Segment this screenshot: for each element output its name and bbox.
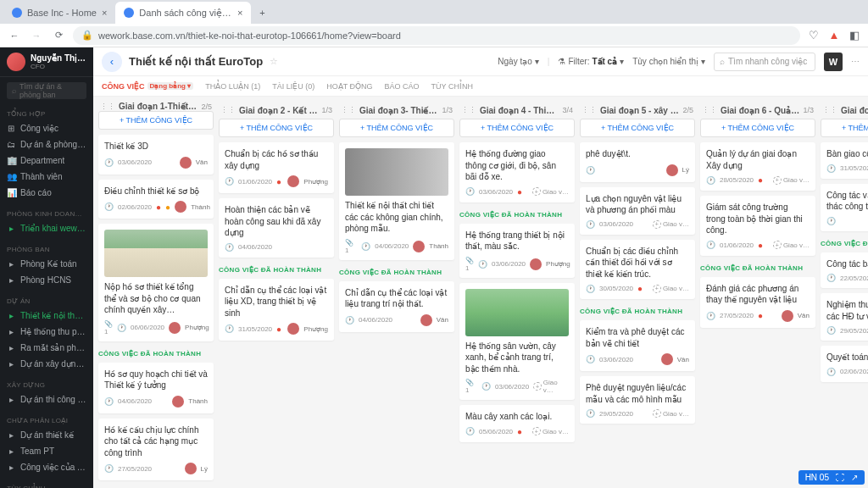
- task-card[interactable]: Nghiệm thu, thanh t…toàn các HĐ tư vấn ……: [821, 293, 868, 341]
- sidebar-item[interactable]: ⊞Công việc: [0, 120, 93, 136]
- assignee-name: Phượng: [546, 260, 570, 268]
- task-card[interactable]: Thiết kế nội thất chi tiết các các không…: [339, 142, 454, 260]
- task-card[interactable]: Chuẩn bị các hồ sơ thầu xây dựng🕐01/06/2…: [219, 142, 334, 193]
- add-task-button[interactable]: + THÊM CÔNG VIỆC: [339, 119, 454, 137]
- assign-button[interactable]: +Giao v…: [532, 187, 569, 196]
- add-task-button[interactable]: + THÊM CÔNG VIỆC: [459, 119, 575, 137]
- task-card[interactable]: Nộp hồ sơ thiết kế tổng thể và sơ bộ cho…: [98, 224, 214, 341]
- task-card[interactable]: Lựa chọn nguyên vật liệu và phương án ph…: [580, 187, 695, 235]
- task-card[interactable]: Hồ sơ quy hoạch chi tiết và Thiết kế ý t…: [98, 363, 214, 413]
- task-card[interactable]: Hồ kế cấu chịu lực chính cho tất cả các …: [98, 419, 214, 481]
- footer-status[interactable]: HN 05⛶↗: [798, 470, 865, 485]
- popout-icon[interactable]: ↗: [851, 473, 858, 482]
- quick-search[interactable]: ⌕Tìm nhanh công việc: [714, 53, 815, 71]
- assign-button[interactable]: +Giao v…: [653, 409, 689, 418]
- sub-tab[interactable]: TÀI LIỆU (0): [272, 82, 314, 91]
- sidebar-item[interactable]: ▸Ra mắt sản phẩm HRM: [0, 340, 93, 356]
- task-card[interactable]: Quản lý dự án giai đoạn Xây dựng🕐28/05/2…: [700, 142, 815, 191]
- card-thumbnail: [465, 289, 569, 336]
- display-menu[interactable]: Tùy chọn hiển thị ▾: [632, 57, 705, 66]
- browser-tab[interactable]: Danh sách công việc - Thiết kế…×: [115, 2, 251, 24]
- close-icon[interactable]: ×: [102, 8, 107, 18]
- task-card[interactable]: Kiểm tra và phê duyệt các bản vẽ chi tiế…: [580, 320, 695, 371]
- task-card[interactable]: Hệ thống đường giao thông cơ giới, đi bộ…: [459, 142, 575, 202]
- task-card[interactable]: Bàn giao công trình🕐31/05/2020: [821, 142, 868, 179]
- w-button[interactable]: W: [824, 53, 843, 71]
- sub-tab[interactable]: CÔNG VIỆC Dạng bảng ▾: [102, 82, 193, 91]
- grip-icon[interactable]: ⋮⋮: [220, 106, 236, 114]
- reload-icon[interactable]: ⟳: [51, 30, 66, 41]
- forward-icon[interactable]: →: [29, 30, 44, 41]
- sidebar-item[interactable]: ▸Team PT: [0, 443, 93, 459]
- task-card[interactable]: Hệ thống trang thiết bị nội thất, màu sắ…: [459, 224, 575, 278]
- task-card[interactable]: Công tác vận hành, …khai thác công trình…: [821, 184, 868, 231]
- sub-tab[interactable]: HOẠT ĐỘNG: [326, 82, 372, 91]
- task-card[interactable]: Công tác bảo hành c…🕐22/05/2020: [821, 252, 868, 289]
- filter-menu[interactable]: ⚗ Filter: Tất cả ▾: [558, 57, 624, 66]
- assign-button[interactable]: +Giao v…: [533, 379, 569, 394]
- sidebar-item[interactable]: ▸Dự án thi công Taseco Land: [0, 391, 93, 408]
- user-block[interactable]: Nguyễn Thị ThànhCFO: [0, 47, 93, 77]
- close-icon[interactable]: ×: [237, 8, 242, 18]
- sidebar-item[interactable]: 📊Báo cáo: [0, 185, 93, 201]
- task-card[interactable]: Chỉ dẫn cụ thể các loại vật liệu XD, tra…: [219, 279, 334, 341]
- sidebar-item[interactable]: 👥Thành viên: [0, 169, 93, 185]
- back-button[interactable]: ‹: [102, 52, 122, 72]
- task-card[interactable]: Quyết toán vốn đầu…🕐02/06/2020: [821, 346, 868, 382]
- task-card[interactable]: Giám sát công trường trong toàn bộ thời …: [700, 196, 815, 256]
- task-card[interactable]: phê duyệt\t.🕐Lý: [580, 142, 695, 182]
- add-task-button[interactable]: + THÊM CÔNG VIỆC: [98, 111, 214, 130]
- sidebar-item[interactable]: ▸Thiết kế nội thất EuroTop: [0, 308, 93, 324]
- sidebar-item[interactable]: 🏢Department: [0, 152, 93, 169]
- sidebar-item[interactable]: ▸Triển khai wework: [0, 220, 93, 236]
- star-icon[interactable]: ☆: [270, 56, 278, 67]
- sort-menu[interactable]: Ngày tạo ▾: [498, 57, 538, 66]
- browser-tab[interactable]: Base Inc - Home×: [3, 2, 115, 24]
- attachment-icon: 📎1: [345, 239, 357, 254]
- sidebar-item[interactable]: ▸Phòng Kế toán: [0, 256, 93, 272]
- task-card[interactable]: Màu cây xanh các loại.🕐05/06/2020●+Giao …: [459, 405, 575, 442]
- warning-icon: ●: [637, 284, 643, 293]
- sidebar-item[interactable]: ▸Dự án xây dựng CTX gantt v…: [0, 356, 93, 372]
- shield-icon[interactable]: ▲: [827, 29, 841, 42]
- task-card[interactable]: Chuẩn bị các điều chỉnh cần thiết đối hồ…: [580, 240, 695, 300]
- sub-tab[interactable]: BÁO CÁO: [385, 82, 420, 91]
- sidebar-search[interactable]: ⌕Tìm dự án & phòng ban: [7, 82, 86, 99]
- extension-icon[interactable]: ◧: [848, 29, 861, 42]
- grip-icon[interactable]: ⋮⋮: [702, 106, 717, 114]
- url-input[interactable]: 🔒wework.base.com.vn/thiet-ke-noi-that-eu…: [73, 26, 800, 45]
- assign-button[interactable]: +Giao v…: [532, 427, 569, 435]
- grip-icon[interactable]: ⋮⋮: [461, 106, 476, 114]
- grip-icon[interactable]: ⋮⋮: [100, 103, 115, 111]
- grip-icon[interactable]: ⋮⋮: [581, 106, 597, 114]
- task-card[interactable]: Đánh giá các phương án thay thế nguyên v…: [700, 277, 815, 328]
- sidebar-item[interactable]: ▸Công việc của Thành: [0, 459, 93, 475]
- assign-button[interactable]: +Giao v…: [653, 220, 689, 229]
- add-task-button[interactable]: + THÊM CÔNG VIỆC: [219, 119, 334, 137]
- sidebar-item[interactable]: 🗂Dự án & phòng ban: [0, 136, 93, 152]
- sub-tab[interactable]: THẢO LUẬN (1): [205, 82, 260, 91]
- grip-icon[interactable]: ⋮⋮: [341, 106, 356, 114]
- add-task-button[interactable]: + THÊM CÔNG VIỆC: [821, 119, 868, 137]
- sidebar-item[interactable]: ▸Phòng HCNS: [0, 272, 93, 288]
- heart-icon[interactable]: ♡: [807, 29, 821, 42]
- task-card[interactable]: Hoàn thiện các bản vẽ hoàn công sau khi …: [219, 198, 334, 258]
- task-card[interactable]: Chỉ dẫn cụ thể các loại vật liệu trang t…: [339, 281, 454, 332]
- add-task-button[interactable]: + THÊM CÔNG VIỆC: [580, 119, 695, 137]
- task-card[interactable]: Điều chỉnh thiết kế sơ bộ🕐02/06/2020●●Th…: [98, 180, 214, 219]
- grip-icon[interactable]: ⋮⋮: [822, 106, 837, 114]
- task-card[interactable]: Hệ thống sân vườn, cây xanh, bể cảnh tra…: [459, 283, 575, 401]
- assign-button[interactable]: +Giao v…: [773, 176, 810, 185]
- more-icon[interactable]: ⋯: [851, 57, 860, 66]
- sub-tab[interactable]: TÙY CHỈNH: [431, 82, 473, 91]
- expand-icon[interactable]: ⛶: [836, 473, 844, 482]
- assign-button[interactable]: +Giao v…: [653, 285, 689, 293]
- task-card[interactable]: Phê duyệt nguyên liệu/các mẫu và các mô …: [580, 376, 695, 424]
- back-icon[interactable]: ←: [7, 30, 22, 41]
- add-task-button[interactable]: + THÊM CÔNG VIỆC: [700, 119, 815, 137]
- task-card[interactable]: Thiết kế 3D🕐03/06/2020Vân: [98, 135, 214, 175]
- assign-button[interactable]: +Giao v…: [773, 241, 810, 249]
- new-tab-button[interactable]: +: [251, 2, 273, 24]
- sidebar-item[interactable]: ▸Dự án thiết kế: [0, 427, 93, 443]
- sidebar-item[interactable]: ▸Hệ thống thu phí điện tử: [0, 324, 93, 340]
